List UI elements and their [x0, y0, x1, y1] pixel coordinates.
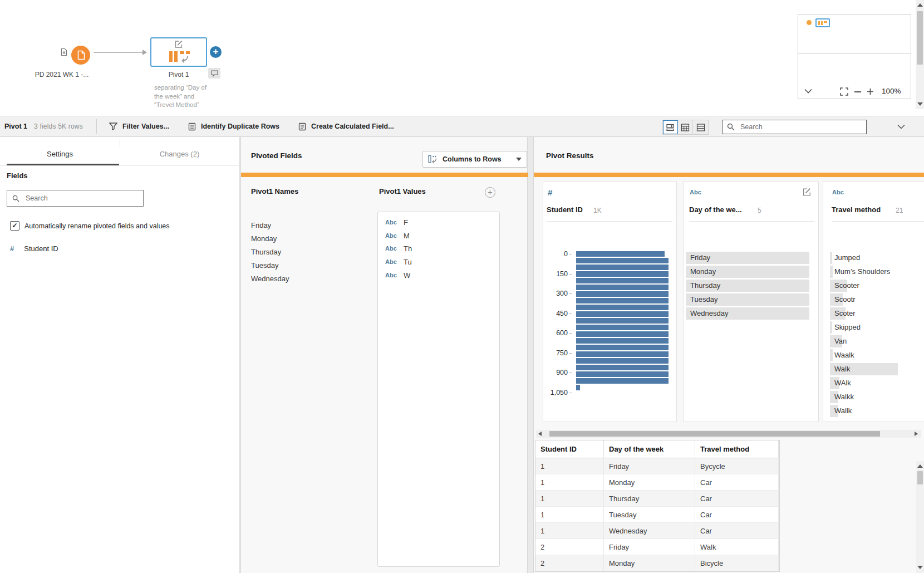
fields-search[interactable] [7, 190, 144, 207]
pivot-node[interactable] [150, 37, 207, 67]
table-cell[interactable]: Thursday [604, 491, 695, 507]
pivot-name-item[interactable]: Thursday [251, 246, 362, 258]
tab-settings[interactable]: Settings [0, 147, 120, 161]
profile-card-travel-method[interactable]: Abc Travel method 21 JumpedMum’s Shoulde… [823, 182, 924, 422]
field-value[interactable]: Friday [690, 253, 710, 263]
table-row[interactable]: 1ThursdayCar [535, 491, 779, 507]
scroll-thumb[interactable] [917, 471, 923, 484]
identify-duplicate-rows-button[interactable]: Identify Duplicate Rows [188, 123, 279, 131]
column-header[interactable]: Day of the week [604, 440, 695, 458]
column-header[interactable]: Student ID [535, 440, 604, 458]
pivot-name-item[interactable]: Wednesday [251, 273, 362, 285]
table-cell[interactable]: Walk [695, 539, 779, 555]
table-cell[interactable]: Friday [604, 539, 695, 555]
table-cell[interactable]: 1 [535, 458, 604, 474]
table-cell[interactable]: 2 [535, 539, 604, 555]
table-cell[interactable]: Monday [604, 555, 695, 571]
table-cell[interactable]: Car [695, 474, 779, 491]
profile-view-button[interactable] [663, 120, 678, 134]
step-annotation[interactable]: separating “Day of the week” and “Trevel… [154, 84, 220, 110]
table-cell[interactable]: 1 [535, 507, 604, 523]
table-row[interactable]: 2FridayWalk [535, 539, 779, 555]
zoom-in-icon[interactable] [867, 88, 874, 95]
histogram-bar[interactable] [576, 291, 669, 297]
fields-search-input[interactable] [24, 194, 132, 203]
table-cell[interactable]: Tuesday [604, 507, 695, 523]
histogram-bar[interactable] [576, 345, 669, 350]
field-value[interactable]: Thursday [690, 281, 720, 291]
field-value[interactable]: Scootr [834, 295, 856, 305]
search-input[interactable] [739, 123, 853, 131]
table-cell[interactable]: 2 [535, 555, 604, 571]
histogram-bar[interactable] [576, 351, 669, 357]
table-cell[interactable]: 1 [535, 491, 604, 507]
profile-card-student-id[interactable]: # Student ID 1K 01503004506007509001,050 [543, 182, 677, 422]
filter-values-button[interactable]: Filter Values... [109, 123, 169, 130]
field-value[interactable]: Walkk [834, 392, 854, 402]
list-view-button[interactable] [693, 120, 708, 134]
pivot-value-item[interactable]: AbcTh [378, 243, 499, 255]
navigator-collapse-icon[interactable] [804, 89, 812, 94]
scroll-up-arrow[interactable] [917, 3, 923, 7]
grid-vertical-scrollbar[interactable] [916, 461, 924, 573]
histogram-bar[interactable] [576, 278, 669, 283]
histogram-bar[interactable] [576, 378, 669, 384]
table-row[interactable]: 2MondayBicycle [535, 555, 779, 571]
histogram-bar[interactable] [576, 305, 669, 310]
field-value[interactable]: Skipped [834, 322, 861, 332]
histogram-bar[interactable] [576, 385, 580, 390]
field-value[interactable]: Van [834, 336, 847, 346]
histogram-bar[interactable] [576, 258, 669, 263]
add-step-button[interactable]: + [210, 46, 222, 58]
fit-to-screen-icon[interactable] [840, 87, 848, 96]
column-header[interactable]: Travel method [695, 440, 779, 458]
histogram-bar[interactable] [576, 318, 669, 324]
results-horizontal-scrollbar[interactable] [536, 430, 921, 438]
toolbar-chevron-down-icon[interactable] [897, 124, 905, 129]
table-cell[interactable]: Wednesday [604, 523, 695, 539]
field-value[interactable]: Scoter [834, 308, 856, 319]
pivot-value-item[interactable]: AbcF [378, 217, 499, 229]
pivot-values-dropzone[interactable]: AbcFAbcMAbcThAbcTuAbcW [377, 212, 500, 567]
table-row[interactable]: 1WednesdayCar [535, 523, 779, 539]
table-cell[interactable]: 1 [535, 474, 604, 491]
scroll-up-arrow[interactable] [917, 464, 923, 468]
histogram-bar[interactable] [576, 338, 669, 344]
add-pivot-value-button[interactable]: + [485, 187, 495, 198]
table-cell[interactable]: Car [695, 491, 779, 507]
table-cell[interactable]: 1 [535, 523, 604, 539]
navigator-minimap[interactable] [798, 14, 911, 54]
histogram-bar[interactable] [576, 251, 665, 257]
pivot-name-item[interactable]: Tuesday [251, 259, 362, 272]
profile-card-day-of-week[interactable]: Abc Day of the we... 5 FridayMondayThurs… [683, 182, 819, 422]
pivot-mode-dropdown[interactable]: Columns to Rows [422, 151, 527, 168]
table-row[interactable]: 1TuesdayCar [535, 507, 779, 523]
input-node[interactable] [71, 46, 90, 65]
table-cell[interactable]: Car [695, 507, 779, 523]
table-row[interactable]: 1MondayCar [535, 474, 779, 491]
scroll-thumb[interactable] [549, 431, 880, 437]
auto-rename-checkbox[interactable]: ✓ [10, 221, 19, 231]
comment-icon[interactable] [208, 68, 220, 79]
field-value[interactable]: Tuesday [690, 295, 717, 305]
field-value[interactable]: Wallk [834, 406, 852, 416]
histogram-bar[interactable] [576, 298, 669, 303]
field-value[interactable]: WAlk [834, 378, 851, 388]
pivot-name-item[interactable]: Friday [251, 219, 362, 232]
histogram-bar[interactable] [576, 285, 669, 290]
toolbar-search[interactable] [722, 120, 867, 134]
histogram-bar[interactable] [576, 365, 669, 370]
field-value[interactable]: Walk [834, 364, 850, 374]
histogram-bar[interactable] [576, 325, 669, 330]
table-cell[interactable]: Bycycle [695, 458, 779, 474]
table-cell[interactable]: Bicycle [695, 555, 779, 571]
scroll-thumb[interactable] [917, 11, 923, 65]
histogram-bar[interactable] [576, 371, 669, 377]
field-row-student-id[interactable]: # Student ID [10, 244, 58, 253]
flow-scrollbar[interactable] [916, 0, 924, 109]
table-cell[interactable]: Car [695, 523, 779, 539]
histogram-bar[interactable] [576, 331, 669, 337]
tab-changes[interactable]: Changes (2) [120, 147, 239, 161]
scroll-down-arrow[interactable] [917, 566, 923, 569]
zoom-out-icon[interactable] [854, 91, 861, 92]
